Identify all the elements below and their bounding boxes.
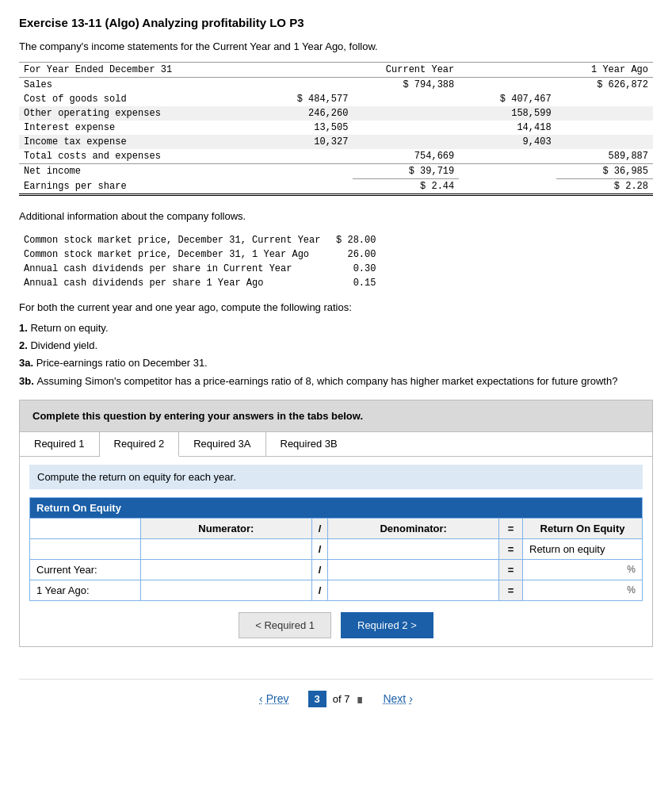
tasks-list: 1. Return on equity.2. Dividend yield.3a… <box>19 321 653 389</box>
roe-denominator-yearago[interactable] <box>328 580 499 600</box>
current-page: 3 <box>308 691 326 707</box>
task-item: 2. Dividend yield. <box>19 339 653 353</box>
tab-required-3b[interactable]: Required 3B <box>266 432 352 456</box>
col-slash: / <box>311 518 328 538</box>
roe-numerator-desc-input[interactable] <box>144 543 308 555</box>
roe-numerator-current[interactable] <box>141 559 312 580</box>
tab-required-2[interactable]: Required 2 <box>100 432 180 457</box>
task-item: 1. Return on equity. <box>19 321 653 335</box>
tab-required-1[interactable]: Required 1 <box>20 432 100 456</box>
income-table: For Year Ended December 31 Current Year … <box>19 62 653 196</box>
roe-label-yearago: 1 Year Ago: <box>30 580 141 600</box>
roe-label-current: Current Year: <box>30 559 141 580</box>
income-table-cy-header: Current Year <box>353 63 459 78</box>
tab-content: Compute the return on equity for each ye… <box>20 457 652 646</box>
grid-icon[interactable]: ∎ <box>356 691 364 707</box>
nav-buttons: < Required 1 Required 2 > <box>29 612 643 638</box>
prev-label: Prev <box>266 692 289 705</box>
prev-chevron-icon: ‹ <box>259 692 263 705</box>
additional-info-section: Additional information about the company… <box>19 210 653 222</box>
roe-row-current: Current Year: / = % <box>30 559 643 580</box>
roe-denominator-desc[interactable] <box>328 538 499 559</box>
roe-result-current: % <box>523 559 643 580</box>
roe-numerator-desc[interactable] <box>141 538 312 559</box>
next-label: Next <box>383 692 406 705</box>
roe-numerator-yearago[interactable] <box>141 580 312 600</box>
roe-result-yearago: % <box>523 580 643 600</box>
col-result: Return On Equity <box>523 518 643 538</box>
complete-box: Complete this question by entering your … <box>19 400 653 432</box>
roe-denominator-current-input[interactable] <box>331 564 495 576</box>
roe-table: Return On Equity Numerator: / Denominato… <box>29 497 643 601</box>
intro-text: The company's income statements for the … <box>19 40 653 52</box>
roe-table-header: Return On Equity <box>30 497 643 518</box>
prev-button[interactable]: ‹ Prev <box>259 692 288 705</box>
roe-numerator-yearago-input[interactable] <box>144 584 308 596</box>
roe-denominator-yearago-input[interactable] <box>331 584 495 596</box>
roe-row-desc: / = Return on equity <box>30 538 643 559</box>
required1-button[interactable]: < Required 1 <box>239 612 331 638</box>
tab-description: Compute the return on equity for each ye… <box>29 465 643 489</box>
col-denominator: Denominator: <box>328 518 499 538</box>
additional-info-heading: Additional information about the company… <box>19 210 653 222</box>
task-item: 3a. Price-earnings ratio on December 31. <box>19 356 653 370</box>
page-title: Exercise 13-11 (Algo) Analyzing profitab… <box>19 16 653 29</box>
task-item: 3b. Assuming Simon's competitor has a pr… <box>19 374 653 389</box>
next-chevron-icon: › <box>409 692 413 705</box>
next-button[interactable]: Next › <box>383 692 412 705</box>
additional-info-table: Common stock market price, December 31, … <box>19 233 380 290</box>
page-total: of 7 <box>333 693 350 705</box>
roe-numerator-current-input[interactable] <box>144 564 308 576</box>
bottom-nav: ‹ Prev 3 of 7 ∎ Next › <box>19 679 653 707</box>
ratios-intro: For both the current year and one year a… <box>19 301 653 313</box>
col-numerator: Numerator: <box>141 518 312 538</box>
tabs-container: Required 1Required 2Required 3ARequired … <box>19 432 653 647</box>
col-equals: = <box>499 518 523 538</box>
page-indicator: 3 of 7 ∎ <box>308 691 365 707</box>
tab-required-3a[interactable]: Required 3A <box>179 432 265 456</box>
roe-denominator-desc-input[interactable] <box>331 543 495 555</box>
roe-row-yearago: 1 Year Ago: / = % <box>30 580 643 600</box>
income-table-ya-header: 1 Year Ago <box>556 63 653 78</box>
required2-button[interactable]: Required 2 > <box>341 612 433 638</box>
tabs-row: Required 1Required 2Required 3ARequired … <box>20 432 652 457</box>
roe-denominator-current[interactable] <box>328 559 499 580</box>
income-table-label-header: For Year Ended December 31 <box>19 63 256 78</box>
roe-result-desc: Return on equity <box>523 538 643 559</box>
